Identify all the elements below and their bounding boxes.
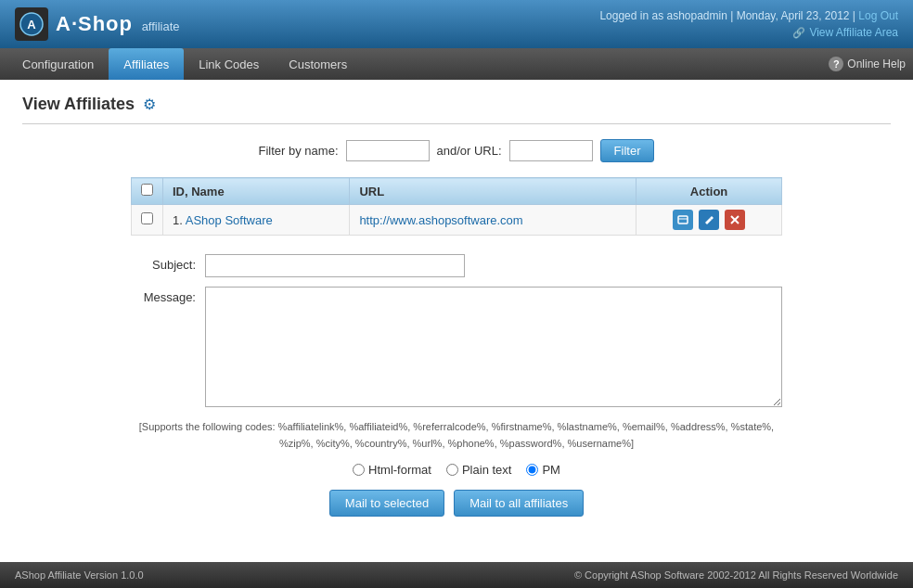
view-affiliate-link[interactable]: View Affiliate Area: [809, 26, 898, 39]
logout-link[interactable]: Log Out: [858, 9, 898, 22]
id-name-cell: 1. AShop Software: [163, 205, 350, 236]
delete-action-button[interactable]: [725, 210, 745, 230]
pm-option: PM: [526, 463, 560, 477]
url-cell: http://www.ashopsoftware.com: [350, 205, 637, 236]
filter-name-label: Filter by name:: [259, 144, 339, 158]
user-info: Logged in as ashopadmin | Monday, April …: [599, 9, 898, 22]
footer: AShop Affiliate Version 1.0.0 © Copyrigh…: [0, 562, 913, 581]
filter-url-input[interactable]: [509, 140, 593, 161]
subject-row: Subject:: [131, 254, 782, 277]
online-help[interactable]: ? Online Help: [829, 57, 906, 71]
tab-affiliates[interactable]: Affiliates: [109, 48, 184, 80]
nav-right: ? Online Help: [829, 48, 906, 80]
view-affiliate-area: 🔗 View Affiliate Area: [599, 26, 898, 39]
subject-input[interactable]: [205, 254, 465, 277]
tab-link-codes[interactable]: Link Codes: [184, 48, 274, 80]
message-label: Message:: [131, 287, 205, 304]
svg-rect-2: [678, 216, 688, 224]
svg-text:A: A: [27, 18, 36, 32]
row-checkbox-cell: [132, 205, 163, 236]
footer-version: AShop Affiliate Version 1.0.0: [15, 569, 144, 581]
tab-customers[interactable]: Customers: [274, 48, 362, 80]
footer-copyright: © Copyright AShop Software 2002-2012 All…: [574, 569, 898, 581]
html-format-option: Html-format: [353, 463, 431, 477]
subject-label: Subject:: [131, 254, 205, 272]
logo-icon: A: [15, 7, 48, 41]
page-title-row: View Affiliates ⚙: [22, 95, 891, 124]
radio-row: Html-format Plain text PM: [22, 463, 891, 477]
pm-label: PM: [542, 463, 560, 477]
affiliates-table: ID, Name URL Action 1. AShop Software ht…: [131, 177, 782, 236]
edit-icon[interactable]: ⚙: [142, 97, 157, 112]
header: A A·Shop affiliate Logged in as ashopadm…: [0, 0, 913, 48]
plain-text-radio[interactable]: [446, 464, 458, 476]
logo-text: A·Shop affiliate: [56, 12, 180, 36]
pm-radio[interactable]: [526, 464, 538, 476]
affiliate-name-link[interactable]: AShop Software: [186, 213, 273, 227]
id-name-header: ID, Name: [163, 178, 350, 205]
plain-text-option: Plain text: [446, 463, 511, 477]
html-format-label: Html-format: [368, 463, 431, 477]
subject-input-wrapper: [205, 254, 782, 277]
action-header: Action: [637, 178, 782, 205]
affiliate-url-link[interactable]: http://www.ashopsoftware.com: [359, 213, 522, 227]
buttons-row: Mail to selected Mail to all affiliates: [22, 490, 891, 517]
edit-action-button[interactable]: [699, 210, 719, 230]
mail-selected-button[interactable]: Mail to selected: [329, 490, 444, 517]
message-row: Message:: [131, 287, 782, 410]
select-all-header: [132, 178, 163, 205]
plain-text-label: Plain text: [462, 463, 511, 477]
message-input-wrapper: [205, 287, 782, 410]
content: View Affiliates ⚙ Filter by name: and/or…: [0, 80, 913, 581]
link-icon: 🔗: [792, 27, 805, 39]
supports-text: [Supports the following codes: %affiliat…: [131, 419, 782, 452]
tab-configuration[interactable]: Configuration: [7, 48, 109, 80]
url-header: URL: [350, 178, 637, 205]
affiliate-id: 1: [173, 213, 179, 227]
page-title: View Affiliates: [22, 95, 135, 114]
mail-all-button[interactable]: Mail to all affiliates: [454, 490, 584, 517]
html-format-radio[interactable]: [353, 464, 365, 476]
row-checkbox[interactable]: [141, 212, 153, 224]
table-row: 1. AShop Software http://www.ashopsoftwa…: [132, 205, 782, 236]
form-area: Subject: Message:: [131, 254, 782, 410]
filter-url-label: and/or URL:: [437, 144, 502, 158]
filter-button[interactable]: Filter: [600, 139, 655, 162]
nav-left: Configuration Affiliates Link Codes Cust…: [7, 48, 362, 80]
navbar: Configuration Affiliates Link Codes Cust…: [0, 48, 913, 80]
filter-name-input[interactable]: [346, 140, 430, 161]
header-right: Logged in as ashopadmin | Monday, April …: [599, 9, 898, 39]
message-textarea[interactable]: [205, 287, 782, 407]
filter-row: Filter by name: and/or URL: Filter: [22, 139, 891, 162]
help-icon: ?: [829, 57, 843, 71]
view-action-button[interactable]: [673, 210, 693, 230]
action-cell: [637, 205, 782, 236]
logo-area: A A·Shop affiliate: [15, 7, 180, 41]
select-all-checkbox[interactable]: [141, 184, 153, 196]
